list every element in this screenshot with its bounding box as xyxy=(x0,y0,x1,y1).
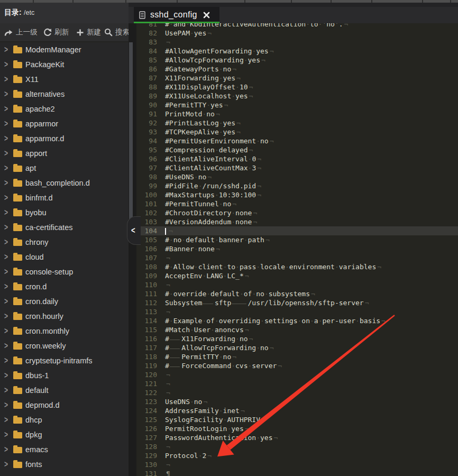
code-editor[interactable]: 81#·and·KbdInteractiveAuthentication·to·… xyxy=(136,0,458,476)
code-line[interactable]: 121¬ xyxy=(136,379,458,388)
sidebar-item-cron.daily[interactable]: >cron.daily xyxy=(0,294,129,309)
eol-marker: ¬ xyxy=(232,65,236,73)
active-tab-indicator xyxy=(134,22,219,23)
code-line[interactable]: 86#GatewayPorts·no¬ xyxy=(136,65,458,74)
tab-close-icon[interactable] xyxy=(203,12,210,19)
new-button[interactable]: 新建 xyxy=(76,23,101,41)
sidebar-item-bash_completion.d[interactable]: >bash_completion.d xyxy=(0,176,129,190)
code-line[interactable]: 92#PrintLastLog·yes¬ xyxy=(136,118,458,127)
code-line[interactable]: 123UseDNS·no¬ xyxy=(136,397,458,406)
sidebar-item-emacs[interactable]: >emacs xyxy=(0,442,129,457)
code-line[interactable]: 90#PermitTTY·yes¬ xyxy=(136,100,458,109)
code-line[interactable]: 117#AllowTcpForwarding·no¬ xyxy=(136,343,458,352)
code-line[interactable]: 111#·override·default·of·no·subsystems¬ xyxy=(136,289,458,298)
collapse-sidebar-button[interactable]: < xyxy=(127,216,141,245)
sidebar-item-alternatives[interactable]: >alternatives xyxy=(0,87,129,102)
code-line[interactable]: 129Protocol·2¬ xyxy=(136,451,458,460)
code-text: PrintMotd·no¬ xyxy=(165,109,220,118)
eof-marker: ¶ xyxy=(166,470,170,476)
line-number: 122 xyxy=(136,388,157,397)
folder-icon xyxy=(13,269,22,276)
sidebar-item-default[interactable]: >default xyxy=(0,383,129,398)
code-line[interactable]: 119#ForceCommand·cvs·server¬ xyxy=(136,361,458,370)
code-line[interactable]: 93#TCPKeepAlive·yes¬ xyxy=(136,127,458,136)
code-line[interactable]: 130¬ xyxy=(136,460,458,469)
code-line[interactable]: 125SyslogFacility·AUTHPRIV¬ xyxy=(136,415,458,424)
sidebar-item-chrony[interactable]: >chrony xyxy=(0,235,129,250)
folder-icon xyxy=(13,358,22,364)
code-line[interactable]: 85#AllowTcpForwarding·yes¬ xyxy=(136,56,458,65)
sidebar-item-binfmt.d[interactable]: >binfmt.d xyxy=(0,190,129,205)
code-line[interactable]: 113¬ xyxy=(136,307,458,316)
code-text: #PermitTTY·yes¬ xyxy=(165,100,228,109)
code-line[interactable]: 83¬ xyxy=(136,38,458,47)
sidebar-item-apt[interactable]: >apt xyxy=(0,161,129,176)
sidebar-item-apache2[interactable]: >apache2 xyxy=(0,102,129,116)
up-level-button[interactable]: 上一级 xyxy=(4,23,38,41)
code-line[interactable]: 118#PermitTTY·no¬ xyxy=(136,352,458,361)
code-line[interactable]: 127PasswordAuthentication·yes¬ xyxy=(136,433,458,442)
sidebar-item-ca-certificates[interactable]: >ca-certificates xyxy=(0,220,129,235)
sidebar-item-dbus-1[interactable]: >dbus-1 xyxy=(0,368,129,383)
code-line[interactable]: 96#ClientAliveInterval·0¬ xyxy=(136,154,458,163)
code-line[interactable]: 114#·Example·of·overriding·settings·on·a… xyxy=(136,316,458,325)
code-line[interactable]: 98#UseDNS·no¬ xyxy=(136,172,458,181)
code-line[interactable]: 104¬ xyxy=(136,226,458,235)
sidebar-scrollbar[interactable] xyxy=(129,42,133,222)
code-line[interactable]: 106#Banner·none¬ xyxy=(136,244,458,253)
code-line[interactable]: 110¬ xyxy=(136,280,458,289)
code-line[interactable]: 131¶ xyxy=(136,469,458,476)
code-line[interactable]: 124AddressFamily·inet¬ xyxy=(136,406,458,415)
code-line[interactable]: 108#·Allow·client·to·pass·locale·environ… xyxy=(136,262,458,271)
search-button[interactable]: 搜索 xyxy=(104,23,129,41)
sidebar-item-PackageKit[interactable]: >PackageKit xyxy=(0,57,129,72)
code-line[interactable]: 91PrintMotd·no¬ xyxy=(136,109,458,118)
code-line[interactable]: 112Subsystemsftp/usr/lib/openssh/sftp-se… xyxy=(136,298,458,307)
code-line[interactable]: 116#X11Forwarding·no¬ xyxy=(136,334,458,343)
code-line[interactable]: 99#PidFile·/run/sshd.pid¬ xyxy=(136,181,458,190)
chevron-right-icon: > xyxy=(4,252,12,262)
sidebar-item-cron.d[interactable]: >cron.d xyxy=(0,279,129,294)
code-text: ¶ xyxy=(165,469,170,476)
sidebar-item-dpkg[interactable]: >dpkg xyxy=(0,427,129,442)
code-line[interactable]: 97#ClientAliveCountMax·3¬ xyxy=(136,163,458,172)
sidebar-item-fonts[interactable]: >fonts xyxy=(0,457,129,472)
code-line[interactable]: 107¬ xyxy=(136,253,458,262)
sidebar-item-cron.monthly[interactable]: >cron.monthly xyxy=(0,324,129,338)
sidebar-item-dhcp[interactable]: >dhcp xyxy=(0,413,129,427)
folder-name: cloud xyxy=(25,253,44,261)
code-line[interactable]: 95#Compression·delayed¬ xyxy=(136,145,458,154)
code-line[interactable]: 101#PermitTunnel·no¬ xyxy=(136,199,458,208)
sidebar-item-ModemManager[interactable]: >ModemManager xyxy=(0,42,129,57)
code-line[interactable]: 94#PermitUserEnvironment·no¬ xyxy=(136,136,458,145)
sidebar-item-apparmor[interactable]: >apparmor xyxy=(0,116,129,131)
code-text: #·override·default·of·no·subsystems¬ xyxy=(165,289,315,298)
code-line[interactable]: 128¬ xyxy=(136,442,458,451)
sidebar-item-cryptsetup-initramfs[interactable]: >cryptsetup-initramfs xyxy=(0,353,129,368)
sidebar-item-byobu[interactable]: >byobu xyxy=(0,205,129,220)
sidebar-item-cloud[interactable]: >cloud xyxy=(0,250,129,264)
code-line[interactable]: 126PermitRootLogin·yes¬ xyxy=(136,424,458,433)
tab-sshd-config[interactable]: sshd_config xyxy=(134,7,219,23)
code-line[interactable]: 109AcceptEnv·LANG·LC_*¬ xyxy=(136,271,458,280)
code-line[interactable]: 100#MaxStartups·10:30:100¬ xyxy=(136,190,458,199)
sidebar-item-cron.weekly[interactable]: >cron.weekly xyxy=(0,338,129,353)
code-line[interactable]: 122¬ xyxy=(136,388,458,397)
sidebar-item-depmod.d[interactable]: >depmod.d xyxy=(0,398,129,413)
code-line[interactable]: 89#X11UseLocalhost·yes¬ xyxy=(136,91,458,100)
code-line[interactable]: 102#ChrootDirectory·none¬ xyxy=(136,208,458,217)
code-line[interactable]: 103#VersionAddendum·none¬ xyxy=(136,217,458,226)
code-line[interactable]: 87X11Forwarding·yes¬ xyxy=(136,74,458,83)
code-line[interactable]: 84#AllowAgentForwarding·yes¬ xyxy=(136,47,458,56)
sidebar-item-cron.hourly[interactable]: >cron.hourly xyxy=(0,309,129,324)
sidebar-item-apport[interactable]: >apport xyxy=(0,146,129,161)
sidebar-item-X11[interactable]: >X11 xyxy=(0,72,129,87)
code-line[interactable]: 82UsePAM·yes¬ xyxy=(136,29,458,38)
code-line[interactable]: 120¬ xyxy=(136,370,458,379)
code-line[interactable]: 105#·no·default·banner·path¬ xyxy=(136,235,458,244)
sidebar-item-apparmor.d[interactable]: >apparmor.d xyxy=(0,131,129,146)
sidebar-item-console-setup[interactable]: >console-setup xyxy=(0,264,129,279)
code-line[interactable]: 115#Match·User·anoncvs¬ xyxy=(136,325,458,334)
code-line[interactable]: 88#X11DisplayOffset·10¬ xyxy=(136,83,458,91)
refresh-button[interactable]: 刷新 xyxy=(43,23,69,41)
